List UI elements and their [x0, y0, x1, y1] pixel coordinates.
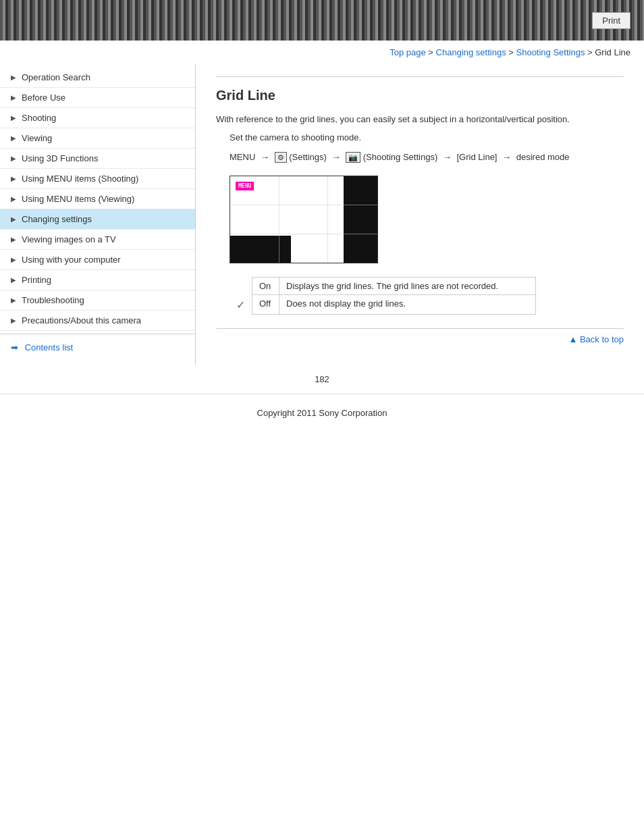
arrow-icon: ▶: [11, 114, 16, 122]
sidebar-item-troubleshooting[interactable]: ▶ Troubleshooting: [0, 290, 195, 311]
checkmark-icon: ✓: [236, 299, 245, 311]
table-cell-desc-off: Does not display the grid lines.: [279, 295, 536, 315]
sidebar-item-label: Before Use: [22, 93, 65, 103]
sidebar-item-viewing-images-tv[interactable]: ▶ Viewing images on a TV: [0, 230, 195, 250]
settings-label: (Settings): [289, 152, 327, 162]
breadcrumb-sep1: >: [428, 47, 435, 57]
arrow-sym-3: →: [443, 152, 454, 162]
breadcrumb: Top page > Changing settings > Shooting …: [0, 41, 644, 64]
grid-line-h2: [230, 234, 377, 234]
arrow-icon: ▶: [11, 256, 16, 263]
settings-icon: ⚙: [275, 152, 287, 163]
page-number: 182: [0, 365, 644, 394]
sidebar-item-shooting[interactable]: ▶ Shooting: [0, 108, 195, 128]
sidebar-item-label: Using with your computer: [22, 255, 121, 265]
sidebar-item-label: Troubleshooting: [22, 295, 84, 305]
arrow-icon: ▶: [11, 317, 16, 324]
sidebar-footer: ➡ Contents list: [0, 334, 195, 361]
menu-label: MENU: [230, 152, 255, 162]
sidebar-item-using-menu-items-viewing[interactable]: ▶ Using MENU items (Viewing): [0, 189, 195, 209]
back-to-top-link[interactable]: ▲ Back to top: [568, 334, 624, 344]
content-divider: [216, 76, 624, 77]
sidebar-item-operation-search[interactable]: ▶ Operation Search: [0, 68, 195, 88]
table-cell-desc-on: Displays the grid lines. The grid lines …: [279, 278, 536, 295]
sidebar: ▶ Operation Search ▶ Before Use ▶ Shooti…: [0, 64, 196, 365]
sidebar-item-viewing[interactable]: ▶ Viewing: [0, 128, 195, 149]
arrow-icon: ▶: [11, 74, 16, 81]
desired-mode-label: desired mode: [516, 152, 570, 162]
table-row: ✓ Off Does not display the grid lines.: [230, 295, 536, 315]
sidebar-item-label: Operation Search: [22, 72, 90, 82]
breadcrumb-sep3: >: [587, 47, 595, 57]
arrow-icon: ▶: [11, 215, 16, 223]
sidebar-item-label: Precautions/About this camera: [22, 315, 141, 325]
arrow-icon: ▶: [11, 195, 16, 203]
breadcrumb-sep2: >: [508, 47, 516, 57]
table-cell-check-on: [230, 278, 252, 295]
table-cell-label-off: Off: [252, 295, 279, 315]
grid-line-label: [Grid Line]: [457, 152, 498, 162]
camera-right-panel: [344, 176, 377, 263]
camera-display: MENU: [230, 176, 378, 263]
arrow-sym-2: →: [331, 152, 343, 162]
header-bar: Print: [0, 0, 644, 41]
sidebar-item-label: Shooting: [22, 113, 56, 123]
camera-bottom-panel: [230, 236, 291, 263]
sidebar-item-label: Viewing: [22, 133, 52, 143]
grid-line-h1: [230, 205, 377, 205]
contents-list-label: Contents list: [25, 342, 74, 353]
instruction-text: Set the camera to shooting mode.: [230, 132, 624, 142]
menu-path: MENU → ⚙ (Settings) → 📷 (Shooting Settin…: [230, 149, 624, 165]
arrow-icon: ▶: [11, 276, 16, 284]
sidebar-item-precautions[interactable]: ▶ Precautions/About this camera: [0, 311, 195, 331]
grid-line-v1: [279, 176, 279, 263]
arrow-sym-4: →: [502, 152, 514, 162]
menu-button-label: MENU: [236, 182, 254, 190]
copyright-text: Copyright 2011 Sony Corporation: [257, 408, 387, 418]
sidebar-item-using-menu-items-shooting[interactable]: ▶ Using MENU items (Shooting): [0, 169, 195, 189]
print-button[interactable]: Print: [592, 12, 630, 29]
breadcrumb-grid-line: Grid Line: [595, 47, 630, 57]
footer: Copyright 2011 Sony Corporation: [0, 394, 644, 432]
page-title: Grid Line: [216, 88, 624, 103]
sidebar-item-label: Using 3D Functions: [22, 153, 98, 163]
breadcrumb-changing-settings[interactable]: Changing settings: [436, 47, 506, 57]
arrow-sym-1: →: [261, 152, 272, 162]
main-layout: ▶ Operation Search ▶ Before Use ▶ Shooti…: [0, 64, 644, 365]
table-row: On Displays the grid lines. The grid lin…: [230, 278, 536, 295]
sidebar-item-using-3d-functions[interactable]: ▶ Using 3D Functions: [0, 149, 195, 169]
sidebar-item-label: Printing: [22, 275, 51, 285]
breadcrumb-top-page[interactable]: Top page: [390, 47, 426, 57]
settings-table: On Displays the grid lines. The grid lin…: [230, 277, 536, 315]
sidebar-item-label: Using MENU items (Viewing): [22, 194, 134, 204]
shooting-settings-icon: 📷: [346, 152, 360, 163]
table-cell-label-on: On: [252, 278, 279, 295]
contents-list-link[interactable]: ➡ Contents list: [11, 342, 73, 353]
sidebar-item-before-use[interactable]: ▶ Before Use: [0, 88, 195, 108]
sidebar-item-label: Viewing images on a TV: [22, 234, 116, 244]
sidebar-item-label: Using MENU items (Shooting): [22, 174, 138, 184]
arrow-icon: ▶: [11, 175, 16, 182]
sidebar-item-printing[interactable]: ▶ Printing: [0, 270, 195, 290]
breadcrumb-shooting-settings[interactable]: Shooting Settings: [516, 47, 585, 57]
arrow-icon: ▶: [11, 134, 16, 142]
sidebar-item-label: Changing settings: [22, 214, 92, 224]
back-to-top: ▲ Back to top: [216, 328, 624, 344]
arrow-icon: ▶: [11, 236, 16, 243]
table-cell-check-off: ✓: [230, 295, 252, 315]
contents-arrow-icon: ➡: [11, 342, 18, 353]
sidebar-item-using-with-computer[interactable]: ▶ Using with your computer: [0, 250, 195, 270]
description-text: With reference to the grid lines, you ca…: [216, 113, 624, 127]
content-area: Grid Line With reference to the grid lin…: [196, 64, 644, 365]
arrow-icon: ▶: [11, 296, 16, 304]
grid-line-v2: [327, 176, 328, 263]
arrow-icon: ▶: [11, 94, 16, 101]
arrow-icon: ▶: [11, 155, 16, 162]
sidebar-item-changing-settings[interactable]: ▶ Changing settings: [0, 209, 195, 230]
shooting-settings-label: (Shooting Settings): [363, 152, 438, 162]
